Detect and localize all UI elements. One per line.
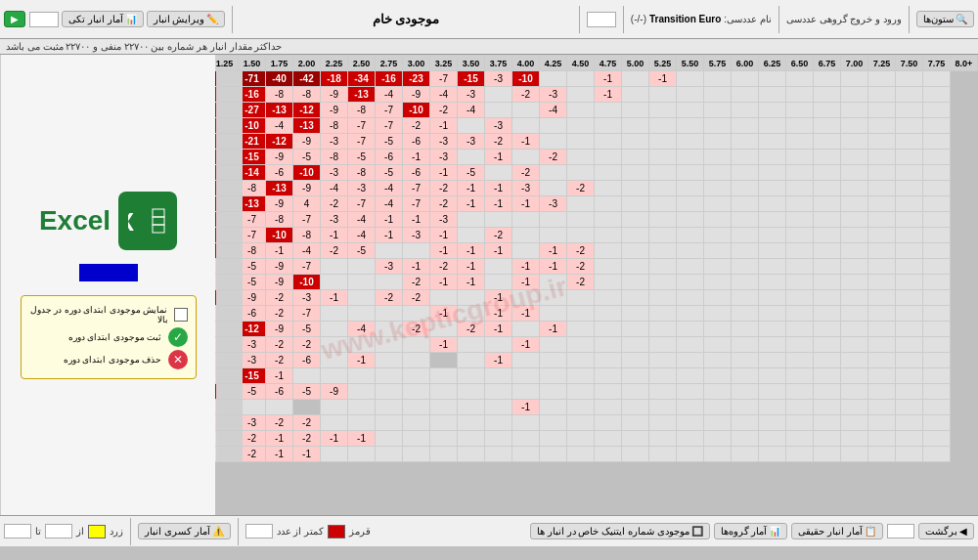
cell[interactable]: -10: [512, 71, 540, 87]
cell[interactable]: [677, 71, 704, 87]
cell[interactable]: -6: [376, 150, 403, 165]
cell[interactable]: [649, 259, 677, 275]
cell[interactable]: -1: [512, 400, 540, 415]
cell[interactable]: [786, 306, 814, 322]
cell[interactable]: [786, 384, 814, 400]
cell[interactable]: [868, 259, 896, 275]
cell[interactable]: [704, 71, 732, 87]
cell[interactable]: [868, 212, 896, 228]
cell[interactable]: -1: [321, 290, 348, 306]
cell[interactable]: -1: [321, 431, 348, 447]
cell[interactable]: [376, 447, 403, 462]
cell[interactable]: [814, 103, 841, 118]
cell[interactable]: [841, 415, 868, 431]
cell[interactable]: [348, 447, 376, 462]
cell[interactable]: -7: [348, 196, 376, 212]
cell[interactable]: [759, 134, 786, 150]
cell[interactable]: [841, 212, 868, 228]
cell[interactable]: [567, 400, 595, 415]
cell[interactable]: [649, 87, 677, 103]
cell[interactable]: [923, 243, 951, 259]
cell[interactable]: [841, 259, 868, 275]
cell[interactable]: [841, 181, 868, 196]
cell[interactable]: -4: [376, 181, 403, 196]
cell[interactable]: [649, 337, 677, 353]
cell[interactable]: -10: [266, 228, 293, 243]
cell[interactable]: -7: [376, 118, 403, 134]
cell[interactable]: -3: [485, 118, 512, 134]
cell[interactable]: [595, 368, 622, 384]
cell[interactable]: -1: [458, 275, 485, 290]
cell[interactable]: [786, 87, 814, 103]
cell[interactable]: [512, 228, 540, 243]
cell[interactable]: [868, 71, 896, 87]
cell[interactable]: -3: [458, 134, 485, 150]
cell[interactable]: [485, 400, 512, 415]
cell[interactable]: [595, 103, 622, 118]
cell[interactable]: [458, 150, 485, 165]
cell[interactable]: -10: [293, 165, 321, 181]
cell[interactable]: [732, 150, 759, 165]
cell[interactable]: [485, 447, 512, 462]
cell[interactable]: [814, 181, 841, 196]
cell[interactable]: [896, 103, 923, 118]
cell[interactable]: [759, 212, 786, 228]
cell[interactable]: [868, 431, 896, 447]
cell[interactable]: [868, 415, 896, 431]
cell[interactable]: [896, 290, 923, 306]
cell[interactable]: [458, 431, 485, 447]
cell[interactable]: [896, 415, 923, 431]
cell[interactable]: [458, 118, 485, 134]
cell[interactable]: [896, 431, 923, 447]
cell[interactable]: [677, 447, 704, 462]
cell[interactable]: -7: [293, 306, 321, 322]
cell[interactable]: [512, 353, 540, 368]
cell[interactable]: [403, 306, 430, 322]
cell[interactable]: [677, 181, 704, 196]
cell[interactable]: -9: [266, 322, 293, 337]
cell[interactable]: [704, 337, 732, 353]
cell[interactable]: -1: [430, 337, 458, 353]
cell[interactable]: -8: [266, 87, 293, 103]
cell[interactable]: -8: [321, 118, 348, 134]
cell[interactable]: [321, 275, 348, 290]
cell[interactable]: -1: [266, 243, 293, 259]
cell[interactable]: -2: [403, 322, 430, 337]
cell[interactable]: -1: [458, 181, 485, 196]
cell[interactable]: [622, 337, 649, 353]
cell[interactable]: [868, 165, 896, 181]
cell[interactable]: [403, 337, 430, 353]
cell[interactable]: [376, 275, 403, 290]
cell[interactable]: [841, 384, 868, 400]
cell[interactable]: [759, 150, 786, 165]
cell[interactable]: [896, 228, 923, 243]
cell[interactable]: -1: [512, 306, 540, 322]
cell[interactable]: [403, 368, 430, 384]
cell[interactable]: -7: [430, 71, 458, 87]
cell[interactable]: [677, 275, 704, 290]
cell[interactable]: [540, 306, 567, 322]
cell[interactable]: [376, 415, 403, 431]
cell[interactable]: -1: [403, 212, 430, 228]
cell[interactable]: [896, 134, 923, 150]
cell[interactable]: -7: [293, 259, 321, 275]
cell[interactable]: [923, 228, 951, 243]
cell[interactable]: -1: [430, 275, 458, 290]
cell[interactable]: [567, 368, 595, 384]
cell[interactable]: [512, 322, 540, 337]
num-input-1[interactable]: 3: [587, 12, 616, 27]
cell[interactable]: -1: [512, 337, 540, 353]
cell[interactable]: -2: [430, 259, 458, 275]
warehouse-deficit-button[interactable]: ⚠️ آمار کسری انبار: [138, 523, 231, 539]
cell[interactable]: [732, 337, 759, 353]
cell[interactable]: [376, 368, 403, 384]
cell[interactable]: [595, 384, 622, 400]
cell[interactable]: -2: [485, 228, 512, 243]
cell[interactable]: [814, 87, 841, 103]
cell[interactable]: [868, 228, 896, 243]
cell[interactable]: [649, 415, 677, 431]
cell[interactable]: [649, 103, 677, 118]
cell[interactable]: [786, 150, 814, 165]
cell[interactable]: [786, 134, 814, 150]
cell[interactable]: [677, 165, 704, 181]
